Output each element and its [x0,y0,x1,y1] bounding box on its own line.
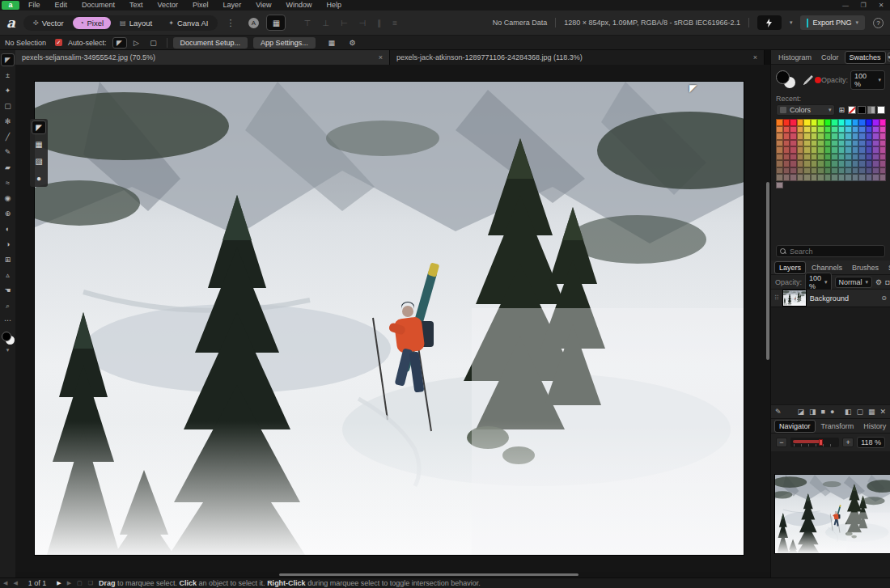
swatch-cell[interactable] [845,154,852,161]
add-palette-icon[interactable]: ⊞ [838,106,845,114]
vertical-scrollbar[interactable] [766,65,769,572]
swatch-cell[interactable] [803,133,811,140]
menu-document[interactable]: Document [74,0,122,11]
mesh-grid-tool[interactable]: ▨ [32,154,46,168]
swatch-cell[interactable] [831,140,838,147]
swatch-cell[interactable] [783,154,790,161]
menu-help[interactable]: Help [320,0,350,11]
swatch-cell[interactable] [838,167,846,175]
swatch-cell[interactable] [831,126,838,133]
close-button[interactable]: ✕ [872,0,890,11]
export-png-button[interactable]: Export PNG ▾ [800,15,865,30]
paint-brush-tool[interactable]: ✎ [1,146,15,159]
swatch-cell[interactable] [866,154,873,161]
document-tab-2[interactable]: pexels-jack-atkinson-1289771106-24284368… [390,50,765,65]
swatch-cell[interactable] [824,126,832,133]
swatch-cell[interactable] [797,133,804,140]
swatch-cell[interactable] [831,160,838,167]
navigator-tab-transform[interactable]: Transform [817,421,858,432]
swatch-cell[interactable] [817,174,824,181]
studio-tab-color[interactable]: Color [817,52,843,63]
app-settings-button[interactable]: App Settings... [253,37,316,49]
swatch-cell[interactable] [858,119,866,126]
last-page-icon[interactable]: ▶ [67,580,71,586]
swatch-cell[interactable] [824,174,832,181]
swatch-cell[interactable] [858,146,866,154]
swatch-cell[interactable] [776,140,783,147]
swatch-cell[interactable] [790,146,797,154]
swatch-cell[interactable] [797,146,804,154]
swatch-cell[interactable] [783,146,790,154]
swatch-cell[interactable] [790,126,797,133]
smudge-tool[interactable]: ≈ [1,176,15,189]
menu-view[interactable]: View [248,0,278,11]
zoom-slider-handle[interactable] [819,439,823,446]
menu-layer[interactable]: Layer [216,0,249,11]
edit-all-layers-icon[interactable]: ✎ [775,408,782,416]
swatch-cell[interactable] [858,154,866,161]
help-button[interactable]: ? [873,18,884,28]
swatch-cell[interactable] [866,146,873,154]
swatch-cell[interactable] [858,174,866,181]
swatch-cell[interactable] [803,126,811,133]
swatch-cell[interactable] [879,119,887,126]
swatch-cell[interactable] [803,167,811,175]
swatch-cell[interactable] [811,146,818,154]
swatch-cell[interactable] [838,126,846,133]
settings-gear-icon[interactable]: ⚙ [345,37,360,49]
swatch-cell[interactable] [845,160,852,167]
swatch-cell[interactable] [797,140,804,147]
studio-tab-histogram[interactable]: Histogram [774,52,816,63]
menu-vector[interactable]: Vector [150,0,186,11]
swatch-cell[interactable] [824,133,832,140]
swatch-cell[interactable] [790,140,797,147]
flood-select-tool[interactable]: ± [1,69,15,82]
mask-layer-icon[interactable]: ■ [821,408,825,416]
swatch-cell[interactable] [866,140,873,147]
swatch-cell[interactable] [817,146,824,154]
document-tab-1[interactable]: pexels-seljansalim-34955542.jpg (70.5%)× [15,50,390,65]
chip-black[interactable] [858,106,866,114]
tab-close-icon[interactable]: × [753,53,757,61]
menu-edit[interactable]: Edit [48,0,75,11]
marquee-select-tool[interactable]: ▢ [1,99,15,112]
layer-name[interactable]: Background [810,294,849,302]
swatch-cell[interactable] [831,133,838,140]
swatch-cell[interactable] [866,119,873,126]
swatch-cell[interactable] [790,174,797,181]
swatch-cell[interactable] [866,167,873,175]
swatch-cell[interactable] [811,174,818,181]
menu-text[interactable]: Text [122,0,150,11]
zoom-tool[interactable]: ⌕ [1,299,15,312]
swatch-cell[interactable] [790,160,797,167]
swatch-cell[interactable] [872,160,879,167]
pixel-tool[interactable]: ╱ [1,130,15,143]
swatch-cell[interactable] [838,174,846,181]
swatch-cell[interactable] [817,140,824,147]
swatch-cell[interactable] [872,140,879,147]
minimize-button[interactable]: — [837,0,854,11]
select-node-mode[interactable]: ▷ [129,37,144,49]
prev-page-icon[interactable]: ◀ [13,580,17,586]
blend-mode-select[interactable]: Normal▾ [835,277,873,288]
layers-tab-channels[interactable]: Channels [807,262,846,273]
move-tool[interactable]: ◤ [1,53,15,66]
snapping-button[interactable]: ▦ [266,15,286,31]
smart-select-tool[interactable]: ✻ [1,115,15,128]
swatch-cell[interactable] [790,167,797,175]
maximize-button[interactable]: ❐ [854,0,872,11]
swatch-cell[interactable] [879,167,887,175]
swatch-cell[interactable] [824,119,832,126]
swatch-cell[interactable] [845,140,852,147]
select-object-mode[interactable]: ◤ [112,37,127,49]
swatch-cell[interactable] [838,133,846,140]
pixel-grid-tool[interactable]: ▦ [32,137,46,151]
snapshot-blob-tool[interactable]: ● [32,171,46,185]
swatch-cell[interactable] [831,119,838,126]
swatch-cell[interactable] [783,167,790,175]
swatch-cell[interactable] [858,133,866,140]
swatch-cell[interactable] [879,146,887,154]
swatch-cell[interactable] [797,126,804,133]
swatch-cell[interactable] [845,146,852,154]
swatch-cell[interactable] [872,154,879,161]
